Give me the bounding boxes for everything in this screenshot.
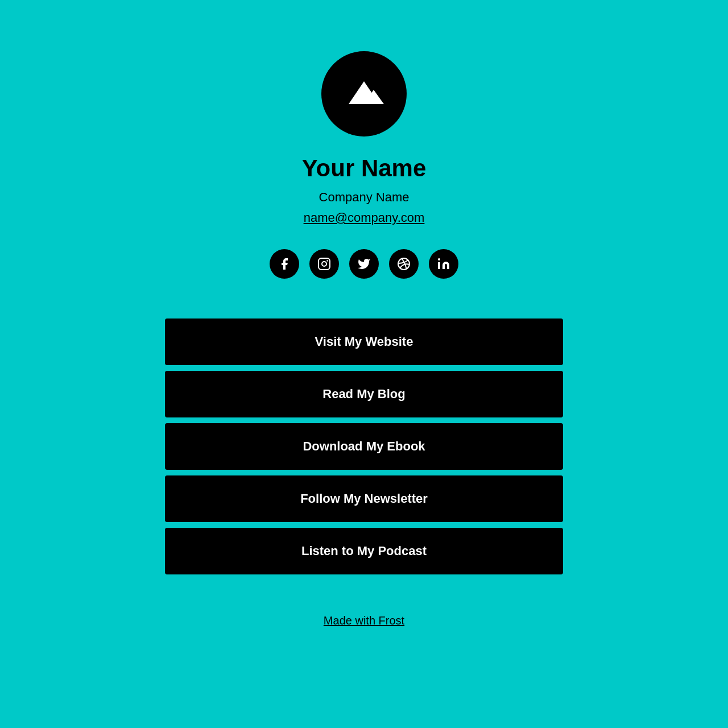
svg-rect-6 (438, 262, 440, 269)
twitter-icon[interactable] (349, 249, 379, 279)
mountain-icon (344, 78, 384, 109)
dribbble-icon[interactable] (389, 249, 419, 279)
visit-website-button[interactable]: Visit My Website (165, 318, 563, 365)
email-link[interactable]: name@company.com (304, 210, 425, 225)
follow-newsletter-button[interactable]: Follow My Newsletter (165, 475, 563, 522)
linkedin-icon[interactable] (429, 249, 458, 279)
download-ebook-button[interactable]: Download My Ebook (165, 423, 563, 470)
svg-point-7 (438, 258, 440, 260)
listen-podcast-button[interactable]: Listen to My Podcast (165, 528, 563, 574)
read-blog-button[interactable]: Read My Blog (165, 371, 563, 417)
company-name: Company Name (319, 190, 410, 205)
user-name: Your Name (302, 155, 427, 182)
svg-point-3 (322, 262, 326, 266)
footer-link[interactable]: Made with Frost (324, 614, 404, 627)
svg-rect-2 (318, 258, 330, 270)
profile-section: Your Name Company Name name@company.com (270, 51, 458, 318)
social-icons-container (270, 249, 458, 279)
facebook-icon[interactable] (270, 249, 299, 279)
avatar (321, 51, 407, 136)
instagram-icon[interactable] (309, 249, 339, 279)
buttons-section: Visit My Website Read My Blog Download M… (165, 318, 563, 574)
svg-point-4 (326, 260, 328, 261)
